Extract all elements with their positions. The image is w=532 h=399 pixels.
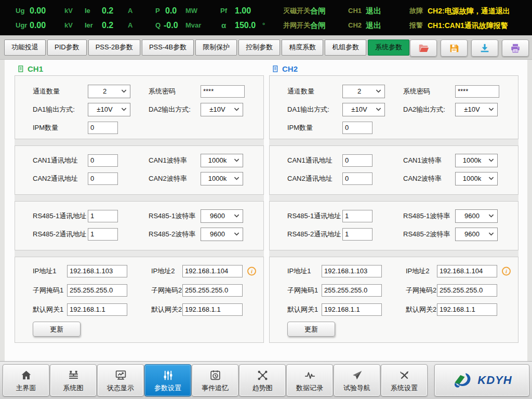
select-RS485-2波特率[interactable]: 9600 [455, 228, 498, 241]
field-label: DA1输出方式: [287, 105, 329, 114]
select-DA2输出方式[interactable]: ±10V [455, 103, 498, 116]
input-RS485-1通讯地址[interactable] [88, 210, 118, 222]
select-value: ±10V [88, 105, 121, 113]
input-IP地址1[interactable] [67, 265, 127, 277]
status-bar: Ug 0.00 kV Ie 0.2 A P 0.0 MW Pf 1.00 灭磁开… [0, 0, 532, 35]
nav-试验导航[interactable]: 试验导航 [334, 364, 380, 396]
nav-系统设置[interactable]: 系统设置 [381, 364, 428, 396]
form-icon [17, 64, 25, 73]
nav-主界面[interactable]: 主界面 [3, 364, 49, 396]
tab-PSS-2B参数[interactable]: PSS-2B参数 [88, 39, 140, 56]
open-folder-button[interactable] [410, 39, 437, 57]
tab-限制保护[interactable]: 限制保护 [195, 39, 237, 56]
select-value: 9600 [201, 230, 234, 238]
input-CAN2通讯地址[interactable] [342, 172, 373, 185]
chevron-down-icon [121, 108, 130, 111]
input-CAN1通讯地址[interactable] [88, 154, 118, 167]
input-IPM数量[interactable] [342, 122, 373, 134]
select-value: 2 [343, 87, 376, 95]
update-button[interactable]: 更新 [33, 322, 81, 337]
ier-label: Ier [85, 20, 93, 31]
tab-精度系数[interactable]: 精度系数 [282, 39, 323, 56]
tab-机组参数[interactable]: 机组参数 [325, 39, 366, 56]
field-row: 子网掩码1子网掩码2 [270, 281, 518, 300]
input-CAN1通讯地址[interactable] [342, 154, 373, 167]
input-RS485-2通讯地址[interactable] [88, 228, 118, 241]
field-row: RS485-2通讯地址RS485-2波特率9600 [270, 225, 518, 243]
field-row: IP地址1IP地址2i [15, 261, 263, 281]
select-RS485-2波特率[interactable]: 9600 [201, 228, 243, 241]
nav-数据记录[interactable]: 数据记录 [286, 364, 333, 396]
ier-value: 0.2 [102, 20, 113, 31]
input-子网掩码1[interactable] [67, 284, 127, 297]
select-RS485-1波特率[interactable]: 9600 [201, 209, 243, 223]
select-value: ±10V [201, 105, 234, 113]
field-label: CAN1通讯地址 [33, 156, 78, 165]
field-label: RS485-2通讯地址 [287, 230, 341, 239]
tab-PID参数[interactable]: PID参数 [47, 39, 87, 56]
tab-系统参数[interactable]: 系统参数 [368, 39, 409, 56]
field-label: 子网掩码1 [33, 286, 63, 295]
system-settings-icon [398, 368, 411, 382]
field-label: 默认网关2 [406, 305, 436, 314]
field-label: IP地址2 [406, 267, 430, 276]
select-通道数量[interactable]: 2 [88, 85, 130, 98]
alpha-unit: ° [262, 20, 265, 31]
field-label: CAN1通讯地址 [287, 156, 332, 165]
select-value: 9600 [201, 212, 234, 220]
nav-状态显示[interactable]: 状态显示 [97, 364, 144, 396]
chevron-down-icon [488, 177, 497, 180]
input-子网掩码1[interactable] [322, 284, 382, 297]
download-button[interactable] [471, 39, 498, 57]
update-button[interactable]: 更新 [287, 322, 335, 337]
nav-趋势图[interactable]: 趋势图 [239, 364, 286, 396]
nav-系统图[interactable]: 系统图 [50, 364, 97, 396]
select-CAN1波特率[interactable]: 1000k [455, 154, 498, 167]
input-子网掩码2[interactable] [182, 284, 243, 297]
chevron-down-icon [234, 108, 243, 111]
nav-参数设置[interactable]: 参数设置 [144, 364, 191, 396]
nav-label: 状态显示 [107, 383, 134, 393]
select-RS485-1波特率[interactable]: 9600 [455, 209, 498, 223]
nav-label: 主界面 [16, 383, 36, 393]
field-row: DA1输出方式:±10VDA2输出方式:±10V [270, 100, 518, 118]
select-value: 9600 [456, 230, 488, 238]
input-CAN2通讯地址[interactable] [88, 172, 118, 185]
input-RS485-2通讯地址[interactable] [342, 228, 373, 241]
input-默认网关1[interactable] [67, 303, 127, 316]
select-CAN1波特率[interactable]: 1000k [201, 154, 243, 167]
kdyh-logo-button[interactable]: KDYH [434, 364, 529, 396]
select-CAN2波特率[interactable]: 1000k [201, 172, 243, 185]
select-DA2输出方式[interactable]: ±10V [201, 103, 243, 116]
alarm-message: CH1:CAN1通讯故障报警 [428, 20, 508, 31]
input-IP地址1[interactable] [322, 265, 382, 277]
data-record-icon [303, 368, 316, 382]
input-默认网关2[interactable] [182, 303, 243, 316]
field-label: IP地址2 [151, 267, 175, 276]
input-子网掩码2[interactable] [437, 284, 497, 297]
tab-PSS-4B参数[interactable]: PSS-4B参数 [142, 39, 194, 56]
chevron-down-icon [234, 158, 243, 162]
toolbar [410, 39, 529, 57]
tab-功能投退[interactable]: 功能投退 [4, 39, 46, 56]
select-通道数量[interactable]: 2 [342, 85, 385, 98]
input-系统密码[interactable] [201, 85, 245, 98]
input-系统密码[interactable] [455, 85, 499, 98]
input-IP地址2[interactable] [182, 265, 243, 277]
nav-事件追忆[interactable]: 事件追忆 [192, 364, 238, 396]
input-默认网关2[interactable] [437, 303, 497, 316]
print-button[interactable] [502, 39, 529, 57]
info-icon[interactable]: i [247, 267, 256, 275]
tab-控制参数[interactable]: 控制参数 [238, 39, 280, 56]
input-IPM数量[interactable] [88, 122, 118, 134]
input-RS485-1通讯地址[interactable] [342, 210, 373, 222]
ugr-label: Ugr [16, 20, 27, 31]
section-3: RS485-1通讯地址RS485-1波特率9600RS485-2通讯地址RS48… [15, 201, 264, 250]
save-button[interactable] [441, 39, 468, 57]
info-icon[interactable]: i [502, 267, 511, 275]
select-DA1输出方式[interactable]: ±10V [342, 103, 385, 116]
select-CAN2波特率[interactable]: 1000k [455, 172, 498, 185]
input-默认网关1[interactable] [322, 303, 382, 316]
input-IP地址2[interactable] [437, 265, 497, 277]
select-DA1输出方式[interactable]: ±10V [88, 103, 130, 116]
